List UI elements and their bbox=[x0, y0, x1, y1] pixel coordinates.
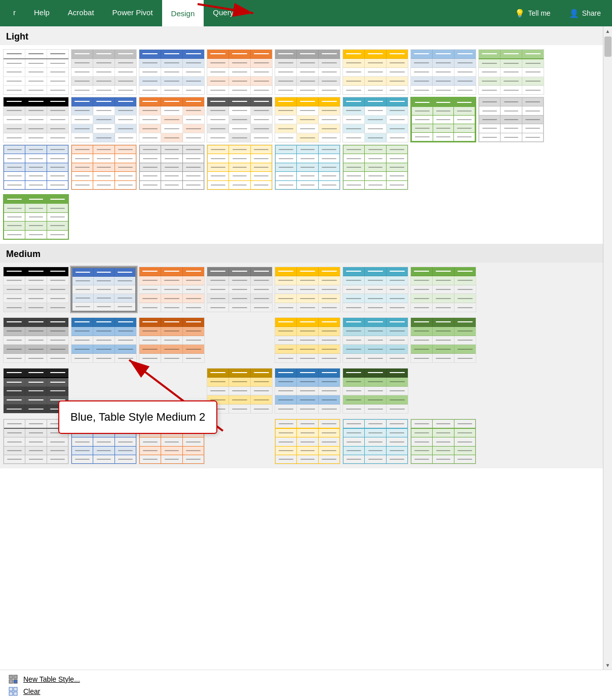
table-style-medium-7[interactable] bbox=[410, 267, 476, 312]
clear-label: Clear bbox=[23, 687, 40, 695]
svg-rect-5 bbox=[14, 680, 17, 683]
table-style-medium-2[interactable] bbox=[71, 267, 137, 312]
light-styles-grid bbox=[0, 45, 603, 194]
scroll-thumb[interactable] bbox=[604, 36, 611, 57]
tab-power-pivot[interactable]: Power Pivot bbox=[103, 0, 162, 26]
svg-rect-4 bbox=[9, 680, 13, 683]
table-style-medium-6[interactable] bbox=[342, 267, 408, 312]
table-style-light-14[interactable] bbox=[342, 97, 408, 142]
table-style-light-5[interactable] bbox=[275, 49, 340, 95]
tab-acrobat[interactable]: Acrobat bbox=[59, 0, 103, 26]
light-styles-grid-4 bbox=[0, 194, 603, 244]
table-style-light-7[interactable] bbox=[410, 49, 476, 95]
svg-rect-9 bbox=[14, 692, 17, 695]
table-style-medium-8[interactable] bbox=[3, 317, 69, 363]
table-style-light-15[interactable] bbox=[410, 97, 476, 142]
table-style-medium-4[interactable] bbox=[207, 267, 273, 312]
svg-rect-7 bbox=[14, 687, 17, 691]
table-style-light-10[interactable] bbox=[71, 97, 137, 142]
clear-button[interactable]: Clear bbox=[8, 686, 604, 696]
table-style-medium-26[interactable] bbox=[342, 419, 408, 464]
table-style-light-11[interactable] bbox=[139, 97, 205, 142]
new-table-style-label: New Table Style... bbox=[23, 675, 80, 683]
ribbon: r Help Acrobat Power Pivot Design Query … bbox=[0, 0, 612, 26]
table-style-light-19[interactable] bbox=[139, 144, 205, 190]
gallery-scrollbar[interactable]: ▲ ▼ bbox=[603, 26, 612, 670]
table-style-light-12[interactable] bbox=[207, 97, 273, 142]
table-style-light-20[interactable] bbox=[207, 144, 273, 190]
table-style-light-23[interactable] bbox=[3, 194, 69, 240]
table-style-light-9[interactable] bbox=[3, 97, 69, 142]
table-style-light-8[interactable] bbox=[478, 49, 544, 95]
table-style-light-17[interactable] bbox=[3, 144, 69, 190]
table-style-light-18[interactable] bbox=[71, 144, 137, 190]
table-style-light-16[interactable] bbox=[478, 97, 544, 142]
table-style-medium-5[interactable] bbox=[275, 267, 340, 312]
table-style-light-22[interactable] bbox=[342, 144, 408, 190]
table-style-medium-27[interactable] bbox=[410, 419, 476, 464]
scroll-up-arrow[interactable]: ▲ bbox=[603, 26, 613, 35]
tab-help[interactable]: Help bbox=[25, 0, 59, 26]
table-style-light-6[interactable] bbox=[342, 49, 408, 95]
tell-me-button[interactable]: 💡 Tell me bbox=[508, 6, 557, 21]
section-light-header: Light bbox=[0, 26, 603, 45]
medium-styles-grid-2 bbox=[0, 316, 603, 367]
gallery-bottom: New Table Style... Clear bbox=[0, 670, 612, 700]
svg-rect-2 bbox=[9, 675, 13, 679]
tab-design[interactable]: Design bbox=[162, 0, 204, 26]
table-style-medium-14[interactable] bbox=[410, 317, 476, 363]
ribbon-right-buttons: 💡 Tell me 👤 Share bbox=[508, 0, 608, 26]
person-add-icon: 👤 bbox=[569, 9, 579, 18]
lightbulb-icon: 💡 bbox=[515, 9, 525, 18]
medium-styles-grid-1 bbox=[0, 263, 603, 316]
tab-r[interactable]: r bbox=[4, 0, 25, 26]
table-style-medium-9[interactable] bbox=[71, 317, 137, 363]
table-style-light-3[interactable] bbox=[139, 49, 205, 95]
table-style-medium-10[interactable] bbox=[139, 317, 205, 363]
svg-rect-6 bbox=[9, 687, 13, 691]
share-button[interactable]: 👤 Share bbox=[562, 6, 608, 21]
table-style-light-4[interactable] bbox=[207, 49, 273, 95]
table-style-medium-20[interactable] bbox=[342, 368, 408, 414]
table-style-medium-3[interactable] bbox=[139, 267, 205, 312]
tab-query[interactable]: Query bbox=[204, 0, 243, 26]
table-style-medium-13[interactable] bbox=[342, 317, 408, 363]
svg-rect-8 bbox=[9, 692, 13, 695]
new-table-style-button[interactable]: New Table Style... bbox=[8, 674, 604, 684]
table-style-light-21[interactable] bbox=[275, 144, 340, 190]
svg-rect-3 bbox=[14, 675, 17, 679]
table-style-medium-1[interactable] bbox=[3, 267, 69, 312]
table-style-gallery: Light bbox=[0, 26, 603, 670]
clear-icon bbox=[8, 686, 18, 696]
section-medium-header: Medium bbox=[0, 244, 603, 263]
table-style-medium-12[interactable] bbox=[275, 317, 340, 363]
table-style-medium-19[interactable] bbox=[275, 368, 340, 414]
scroll-down-arrow[interactable]: ▼ bbox=[603, 660, 613, 670]
table-style-light-2[interactable] bbox=[71, 49, 137, 95]
new-style-icon bbox=[8, 674, 18, 684]
table-style-light-13[interactable] bbox=[275, 97, 340, 142]
table-style-light-1[interactable] bbox=[3, 49, 69, 95]
style-tooltip: Blue, Table Style Medium 2 bbox=[58, 400, 217, 434]
table-style-medium-25[interactable] bbox=[275, 419, 340, 464]
